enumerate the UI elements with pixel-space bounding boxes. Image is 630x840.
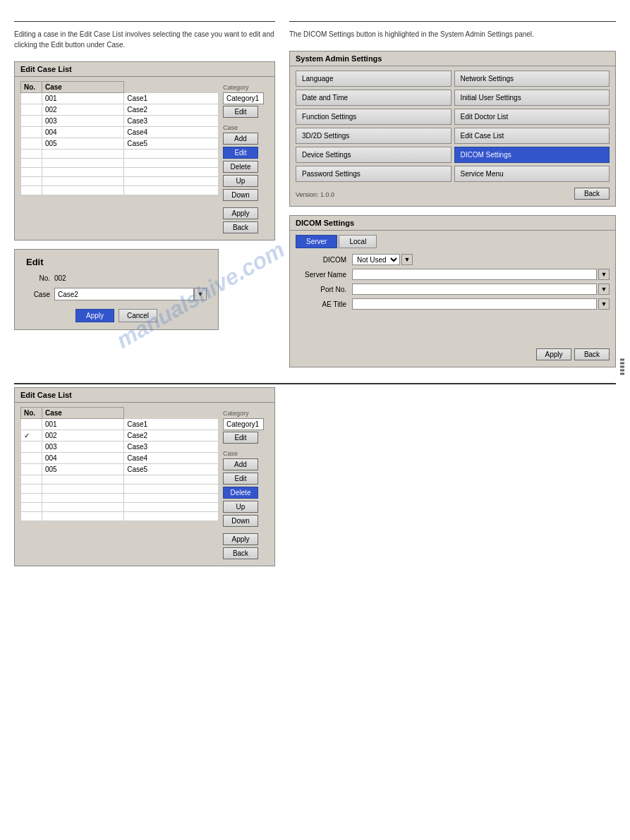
top-left-text: Editing a case in the Edit Case List inv… xyxy=(14,29,275,50)
admin-initial-user-btn[interactable]: Initial User Settings xyxy=(454,90,610,106)
table-row[interactable]: 003 Case3 xyxy=(21,442,219,453)
edit-category-btn-top[interactable]: Edit xyxy=(223,106,258,118)
admin-back-btn[interactable]: Back xyxy=(574,188,610,200)
apply-btn-bottom[interactable]: Apply xyxy=(223,533,258,545)
case-input-btn[interactable]: ▼ xyxy=(194,288,207,300)
dicom-settings-title: DICOM Settings xyxy=(290,216,615,231)
down-btn-bottom[interactable]: Down xyxy=(223,515,258,527)
edit-case-list-top-title: Edit Case List xyxy=(15,62,274,77)
port-no-btn[interactable]: ▼ xyxy=(598,284,610,295)
edit-case-label: Case xyxy=(26,291,54,298)
admin-language-btn[interactable]: Language xyxy=(296,71,452,87)
admin-function-btn[interactable]: Function Settings xyxy=(296,109,452,125)
case-list-table-bottom: No. Case 001 Case1 xyxy=(20,407,219,521)
port-no-label: Port No. xyxy=(296,286,352,293)
version-text: Version: 1.0.0 xyxy=(296,191,334,198)
category-input-top[interactable] xyxy=(223,92,264,104)
dicom-server-tab[interactable]: Server xyxy=(296,235,337,248)
admin-datetime-btn[interactable]: Date and Time xyxy=(296,90,452,106)
admin-edit-doctor-btn[interactable]: Edit Doctor List xyxy=(454,109,610,125)
edit-no-value: 002 xyxy=(54,274,66,282)
down-btn-top[interactable]: Down xyxy=(223,189,258,201)
table-row[interactable]: 004 Case4 xyxy=(21,127,219,138)
add-btn-top[interactable]: Add xyxy=(223,133,258,145)
edit-dialog-title: Edit xyxy=(26,257,207,267)
dicom-apply-btn[interactable]: Apply xyxy=(536,348,571,360)
col-case-bottom: Case xyxy=(42,408,124,419)
edit-case-list-top-dialog: Edit Case List No. Case xyxy=(14,61,275,241)
case-section-label: Case xyxy=(223,124,269,131)
admin-3d2d-btn[interactable]: 3D/2D Settings xyxy=(296,128,452,144)
admin-buttons-grid: Language Network Settings Date and Time … xyxy=(296,71,610,182)
table-row[interactable]: 001 Case1 xyxy=(21,419,219,430)
table-row[interactable]: 003 Case3 xyxy=(21,116,219,127)
server-name-input[interactable] xyxy=(352,269,597,280)
col-no-bottom: No. xyxy=(21,408,42,419)
decoration-lines xyxy=(620,359,624,375)
edit-dialog: Edit No. 002 Case ▼ Apply Cancel xyxy=(14,249,219,330)
back-btn-bottom[interactable]: Back xyxy=(223,547,258,559)
dicom-field-label: DICOM xyxy=(296,256,352,264)
apply-btn-top[interactable]: Apply xyxy=(223,207,258,219)
category-input-bottom[interactable] xyxy=(223,418,264,430)
dicom-select-btn[interactable]: ▼ xyxy=(401,254,413,265)
admin-dicom-btn[interactable]: DICOM Settings xyxy=(454,147,610,163)
col-no-top: No. xyxy=(21,82,42,93)
table-row[interactable]: ✓ 002 Case2 xyxy=(21,430,219,442)
ae-title-input[interactable] xyxy=(352,298,597,310)
edit-btn-bottom[interactable]: Edit xyxy=(223,473,258,485)
table-row[interactable]: 005 Case5 xyxy=(21,138,219,150)
edit-category-btn-bottom[interactable]: Edit xyxy=(223,432,258,444)
delete-btn-top[interactable]: Delete xyxy=(223,161,258,173)
admin-network-btn[interactable]: Network Settings xyxy=(454,71,610,87)
table-row[interactable]: 001 Case1 xyxy=(21,93,219,104)
category-section-label-b: Category xyxy=(223,410,269,417)
edit-apply-btn[interactable]: Apply xyxy=(75,309,114,322)
admin-edit-case-btn[interactable]: Edit Case List xyxy=(454,128,610,144)
edit-btn-top[interactable]: Edit xyxy=(223,147,258,159)
edit-case-input[interactable] xyxy=(54,288,194,300)
dicom-tabs: Server Local xyxy=(296,235,610,248)
system-admin-title: System Admin Settings xyxy=(290,51,615,66)
edit-no-label: No. xyxy=(26,274,54,282)
admin-password-btn[interactable]: Password Settings xyxy=(296,166,452,182)
category-section-label: Category xyxy=(223,84,269,91)
up-btn-top[interactable]: Up xyxy=(223,175,258,187)
add-btn-bottom[interactable]: Add xyxy=(223,458,258,470)
dicom-back-btn[interactable]: Back xyxy=(574,348,610,360)
edit-case-list-bottom-dialog: Edit Case List No. Case xyxy=(14,387,275,566)
table-row[interactable]: 005 Case5 xyxy=(21,464,219,475)
server-name-label: Server Name xyxy=(296,271,352,279)
edit-cancel-btn[interactable]: Cancel xyxy=(119,309,157,322)
dicom-select[interactable]: Not Used Used xyxy=(352,254,400,265)
admin-device-btn[interactable]: Device Settings xyxy=(296,147,452,163)
table-row[interactable]: 004 Case4 xyxy=(21,453,219,464)
back-btn-top[interactable]: Back xyxy=(223,221,258,233)
top-left-divider xyxy=(14,21,275,22)
dicom-local-tab[interactable]: Local xyxy=(339,235,377,248)
top-right-text: The DICOM Settings button is highlighted… xyxy=(289,29,616,39)
case-list-table-top: No. Case 001 Case1 xyxy=(20,81,219,195)
port-no-input[interactable] xyxy=(352,284,597,295)
dicom-settings-dialog: DICOM Settings Server Local DICOM Not Us… xyxy=(289,215,616,367)
up-btn-bottom[interactable]: Up xyxy=(223,501,258,513)
admin-service-btn[interactable]: Service Menu xyxy=(454,166,610,182)
edit-case-list-bottom-title: Edit Case List xyxy=(15,388,274,403)
table-row[interactable]: 002 Case2 xyxy=(21,104,219,116)
ae-title-btn[interactable]: ▼ xyxy=(598,298,610,310)
bottom-section-divider xyxy=(14,383,616,384)
col-case-top: Case xyxy=(42,82,124,93)
top-right-divider xyxy=(289,21,616,22)
delete-btn-bottom[interactable]: Delete xyxy=(223,487,258,499)
case-section-label-b: Case xyxy=(223,450,269,457)
system-admin-dialog: System Admin Settings Language Network S… xyxy=(289,51,616,207)
server-name-btn[interactable]: ▼ xyxy=(598,269,610,280)
ae-title-label: AE Title xyxy=(296,300,352,308)
